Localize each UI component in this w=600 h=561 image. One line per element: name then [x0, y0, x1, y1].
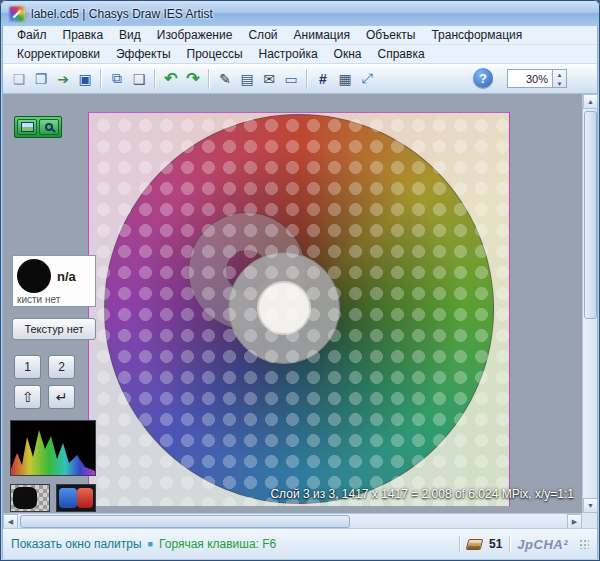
- brush-preview-panel[interactable]: n/a кисти нет: [12, 255, 96, 307]
- save-icon[interactable]: ▣: [74, 68, 96, 90]
- grid-icon[interactable]: ▦: [334, 68, 356, 90]
- help-icon[interactable]: ?: [473, 68, 493, 88]
- enter-arrow-button[interactable]: ↵: [48, 385, 75, 409]
- app-icon[interactable]: [9, 6, 25, 22]
- shift-arrow-button[interactable]: ⇧: [14, 385, 41, 409]
- histogram-panel[interactable]: [10, 420, 96, 476]
- resize-grip[interactable]: [579, 539, 589, 549]
- toolbar-separator: [154, 69, 156, 89]
- menu-animation[interactable]: Анимация: [286, 26, 358, 44]
- fullscreen-icon[interactable]: ⤢: [356, 68, 378, 90]
- mask-blob-preview: [13, 487, 37, 509]
- toolbar-separator: [208, 69, 210, 89]
- magnifier-icon: [45, 123, 53, 131]
- title-bar[interactable]: label.cd5 | Chasys Draw IES Artist: [1, 1, 599, 26]
- import-icon[interactable]: ➔: [52, 68, 74, 90]
- menu-help[interactable]: Справка: [370, 45, 433, 63]
- layer-thumbnail-mask[interactable]: [10, 484, 50, 512]
- mail-icon[interactable]: ✉: [258, 68, 280, 90]
- menu-settings[interactable]: Настройка: [251, 45, 326, 63]
- cd-center-hole: [257, 281, 311, 335]
- toolbar-separator: [100, 69, 102, 89]
- workspace: n/a кисти нет Текстур нет 1 2 ⇧ ↵: [3, 94, 582, 513]
- main-toolbar: ❏ ❐ ➔ ▣ ⧉ ❑ ↶ ↷ ✎ ▤ ✉ ▭ # ▦ ⤢ ? 30% ▴ ▾: [3, 64, 597, 94]
- zoom-down-icon[interactable]: ▾: [553, 79, 566, 88]
- scroll-left-icon[interactable]: ◀: [3, 514, 18, 529]
- redo-icon[interactable]: ↷: [182, 68, 204, 90]
- texture-button[interactable]: Текстур нет: [12, 318, 96, 340]
- resource-count: 51: [489, 537, 502, 551]
- brush-preview-label: n/a: [57, 269, 76, 284]
- brand-logo-text: JpCHA²: [517, 537, 568, 552]
- resource-stack-icon: [466, 539, 484, 550]
- scrollbar-corner: [582, 513, 597, 528]
- open-image-icon[interactable]: ❐: [30, 68, 52, 90]
- scroll-up-icon[interactable]: ▲: [583, 94, 598, 109]
- menu-transform[interactable]: Трансформация: [423, 26, 530, 44]
- brush-shape-preview: [17, 259, 51, 293]
- vertical-scrollbar[interactable]: ▲ ▼: [582, 94, 597, 513]
- palette-hint-text: Показать окно палитры: [11, 537, 142, 551]
- menu-view[interactable]: Вид: [111, 26, 149, 44]
- image-preview-icon: [21, 122, 34, 132]
- screen-icon[interactable]: ▭: [280, 68, 302, 90]
- zoom-tool-button[interactable]: [39, 119, 59, 135]
- status-bullet-icon: ■: [148, 539, 153, 549]
- menu-image[interactable]: Изображение: [149, 26, 241, 44]
- status-bar: Показать окно палитры ■ Горячая клавиша:…: [3, 528, 597, 559]
- menu-effects[interactable]: Эффекты: [108, 45, 179, 63]
- paste-icon[interactable]: ❑: [128, 68, 150, 90]
- image-preview-button[interactable]: [17, 119, 37, 135]
- menu-file[interactable]: Файл: [9, 26, 55, 44]
- zoom-up-icon[interactable]: ▴: [553, 70, 566, 79]
- menu-windows[interactable]: Окна: [326, 45, 370, 63]
- zoom-control: 30% ▴ ▾: [507, 69, 567, 88]
- tool-slot-2-button[interactable]: 2: [48, 355, 75, 379]
- new-file-icon[interactable]: ❏: [8, 68, 30, 90]
- horizontal-scrollbar[interactable]: ◀ ▶: [3, 513, 582, 528]
- horizontal-scroll-thumb[interactable]: [20, 515, 350, 528]
- scroll-right-icon[interactable]: ▶: [567, 514, 582, 529]
- menu-adjustments[interactable]: Корректировки: [9, 45, 108, 63]
- menu-edit[interactable]: Правка: [55, 26, 112, 44]
- brush-caption: кисти нет: [17, 294, 91, 305]
- frame-icon[interactable]: #: [312, 68, 334, 90]
- airbrush-icon[interactable]: ✎: [214, 68, 236, 90]
- hotkey-hint-text: Горячая клавиша: F6: [159, 537, 276, 551]
- copy-icon[interactable]: ⧉: [106, 68, 128, 90]
- histogram-graph: [11, 421, 95, 475]
- scroll-down-icon[interactable]: ▼: [583, 498, 598, 513]
- statusbar-separator: [509, 536, 510, 552]
- menu-bar-row1: Файл Правка Вид Изображение Слой Анимаци…: [3, 26, 597, 45]
- menu-objects[interactable]: Объекты: [358, 26, 424, 44]
- blue-swatch-preview: [59, 488, 77, 508]
- menu-processes[interactable]: Процессы: [179, 45, 251, 63]
- window-title: label.cd5 | Chasys Draw IES Artist: [31, 7, 213, 21]
- image-canvas[interactable]: [88, 112, 510, 506]
- menu-bar-row2: Корректировки Эффекты Процессы Настройка…: [3, 45, 597, 64]
- undo-icon[interactable]: ↶: [160, 68, 182, 90]
- red-swatch-preview: [77, 488, 93, 508]
- zoom-value-input[interactable]: 30%: [507, 69, 553, 88]
- app-window: label.cd5 | Chasys Draw IES Artist Файл …: [0, 0, 600, 561]
- view-mini-toolbar: [14, 116, 62, 138]
- tool-slot-1-button[interactable]: 1: [14, 355, 41, 379]
- vertical-scroll-thumb[interactable]: [584, 111, 597, 319]
- menu-layer[interactable]: Слой: [240, 26, 285, 44]
- layer-status-text: Слой 3 из 3, 1417 x 1417 = 2.008 of 6.02…: [270, 487, 574, 501]
- toolbar-separator: [306, 69, 308, 89]
- zoom-spinner: ▴ ▾: [553, 69, 567, 88]
- layers-icon[interactable]: ▤: [236, 68, 258, 90]
- statusbar-separator: [459, 536, 460, 552]
- layer-thumbnail-colors[interactable]: [56, 484, 96, 512]
